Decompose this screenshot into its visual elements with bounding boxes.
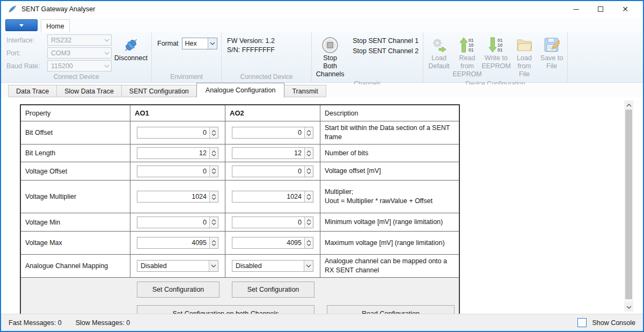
vertical-scrollbar[interactable]: [624, 100, 633, 312]
scroll-down-button[interactable]: [624, 302, 633, 312]
description-bit-length: Number of bits: [320, 145, 459, 162]
save-to-file-label: Save to File: [540, 54, 564, 70]
stop-both-channels-button[interactable]: Stop Both Channels: [314, 34, 346, 80]
ao1-bit-length-spinner[interactable]: 12: [137, 147, 218, 159]
ribbon-group-device-configuration: Load Default 01 10 01 Read from EEPROM: [423, 32, 568, 82]
ao2-bit-offset-spinner[interactable]: 0: [232, 127, 313, 139]
show-console-checkbox[interactable]: [577, 318, 587, 327]
description-voltage-max: Maximum voltage [mV] (range limitation): [320, 232, 459, 255]
ao1-voltage-max-spinner[interactable]: 4095: [137, 237, 218, 249]
tab-slow-data-trace[interactable]: Slow Data Trace: [56, 85, 122, 97]
chevron-up-icon: [306, 130, 311, 133]
spinner-up-down-buttons[interactable]: [209, 166, 218, 177]
format-combobox[interactable]: Hex: [182, 38, 217, 49]
stop-sent-channel-1-button[interactable]: Stop SENT Channel 1: [350, 37, 421, 45]
ao1-voltage-min-spinner[interactable]: 0: [137, 216, 218, 228]
ao1-voltage-offset-spinner[interactable]: 0: [137, 165, 218, 177]
read-configuration-button[interactable]: Read Configuration: [327, 305, 455, 314]
description-voltage-multiplier: Multiplier; Uout = Multiplier * rawValue…: [320, 181, 459, 213]
set-configuration-both-channels-button[interactable]: Set Configuration on both Channels: [137, 305, 314, 314]
chevron-up-icon: [306, 168, 311, 171]
chevron-down-icon: [208, 38, 217, 49]
maximize-icon: [598, 6, 603, 12]
ribbon-tab-home[interactable]: Home: [41, 19, 70, 33]
spinner-up-down-buttons[interactable]: [304, 217, 313, 228]
app-menu-button[interactable]: [5, 19, 38, 31]
stop-sent-channel-2-button[interactable]: Stop SENT Channel 2: [350, 47, 421, 55]
serial-number-text: S/N: FFFFFFFF: [227, 46, 275, 54]
disconnect-label: Disconnect: [114, 54, 148, 62]
close-button[interactable]: ✕: [613, 1, 638, 17]
ao2-voltage-multiplier-spinner[interactable]: 1024: [232, 191, 313, 203]
ao1-voltage-multiplier-spinner[interactable]: 1024: [137, 191, 218, 203]
row-label-voltage-multiplier: Voltage Multiplier: [21, 181, 130, 213]
load-default-button[interactable]: Load Default: [426, 34, 452, 80]
description-bit-offset: Start bit within the Data section of a S…: [320, 121, 459, 145]
ao2-channel-mapping-combobox[interactable]: Disabled: [232, 260, 313, 272]
baud-rate-label: Baud Rate:: [6, 62, 47, 70]
set-configuration-ao2-button[interactable]: Set Configuration: [232, 282, 314, 298]
spinner-up-down-buttons[interactable]: [209, 237, 218, 248]
row-label-voltage-min: Voltage Min: [21, 213, 130, 232]
arrow-down-binary-icon: 01 10 01: [488, 36, 504, 54]
format-label: Format: [157, 40, 179, 47]
tab-sent-configuration[interactable]: SENT Configuration: [121, 85, 197, 97]
disconnect-button[interactable]: Disconnect: [115, 34, 147, 73]
spinner-up-down-buttons[interactable]: [304, 127, 313, 138]
spinner-up-down-buttons[interactable]: [209, 191, 218, 202]
ao1-channel-mapping-combobox[interactable]: Disabled: [137, 260, 218, 272]
minimize-button[interactable]: [564, 1, 588, 17]
ao2-voltage-max-spinner[interactable]: 4095: [232, 237, 313, 249]
baud-rate-combobox[interactable]: 115200: [47, 60, 112, 71]
load-default-label: Load Default: [427, 54, 451, 70]
svg-text:01: 01: [469, 47, 474, 53]
column-header-property: Property: [21, 105, 130, 121]
load-from-file-label: Load from File: [513, 54, 536, 78]
chevron-up-icon: [211, 168, 216, 171]
spinner-up-down-buttons[interactable]: [304, 166, 313, 177]
ribbon-group-environment: Format Hex Enviroment: [152, 32, 222, 82]
title-bar: SENT Gateway Analyser ✕: [1, 1, 643, 17]
chevron-up-icon: [626, 104, 632, 107]
spinner-up-down-buttons[interactable]: [209, 127, 218, 138]
load-from-file-button[interactable]: Load from File: [511, 34, 538, 80]
connector-icon: [122, 36, 140, 54]
chevron-up-icon: [211, 130, 216, 133]
spinner-up-down-buttons[interactable]: [209, 217, 218, 228]
interface-combobox[interactable]: RS232: [47, 34, 112, 46]
spinner-up-down-buttons[interactable]: [209, 148, 218, 158]
status-bar: Fast Messages: 0 Slow Messages: 0 Show C…: [1, 314, 643, 331]
write-to-eeprom-label: Write to EEPROM: [481, 54, 510, 70]
read-from-eeprom-button[interactable]: 01 10 01 Read from EEPROM: [453, 34, 481, 80]
chevron-down-icon: [306, 222, 311, 225]
scroll-up-button[interactable]: [624, 100, 633, 110]
tab-transmit[interactable]: Transmit: [284, 85, 326, 97]
save-to-file-button[interactable]: Save to File: [538, 34, 565, 80]
tab-data-trace[interactable]: Data Trace: [8, 85, 57, 97]
ao2-voltage-offset-spinner[interactable]: 0: [232, 165, 313, 177]
ao1-bit-offset-spinner[interactable]: 0: [137, 127, 218, 139]
column-header-ao2: AO2: [225, 105, 320, 121]
floppy-pencil-icon: [544, 36, 560, 54]
show-console-label: Show Console: [592, 319, 635, 327]
ao2-voltage-min-spinner[interactable]: 0: [232, 216, 313, 228]
spinner-up-down-buttons[interactable]: [304, 191, 313, 202]
chevron-down-icon: [103, 52, 111, 55]
ribbon-group-connected-device: FW Version: 1.2 S/N: FFFFFFFF Connected …: [222, 32, 312, 82]
chevron-down-icon: [304, 261, 313, 271]
row-label-analogue-channel-mapping: Analogue Channel Mapping: [21, 255, 130, 278]
tab-analogue-configuration[interactable]: Analogue Configuration: [196, 83, 285, 97]
set-configuration-ao1-button[interactable]: Set Configuration: [137, 282, 219, 298]
write-to-eeprom-button[interactable]: 01 10 01 Write to EEPROM: [482, 34, 510, 80]
scrollbar-thumb[interactable]: [625, 110, 632, 299]
chevron-down-icon: [306, 154, 311, 156]
maximize-button[interactable]: [588, 1, 613, 17]
gear-arrow-icon: [431, 36, 447, 54]
app-window: SENT Gateway Analyser ✕ Home Interface: …: [0, 0, 644, 332]
spinner-up-down-buttons[interactable]: [304, 237, 313, 248]
ao2-bit-length-spinner[interactable]: 12: [232, 147, 313, 159]
svg-text:01: 01: [497, 47, 503, 53]
spinner-up-down-buttons[interactable]: [304, 148, 313, 158]
app-logo-icon: [8, 4, 17, 14]
port-combobox[interactable]: COM3: [47, 47, 112, 59]
